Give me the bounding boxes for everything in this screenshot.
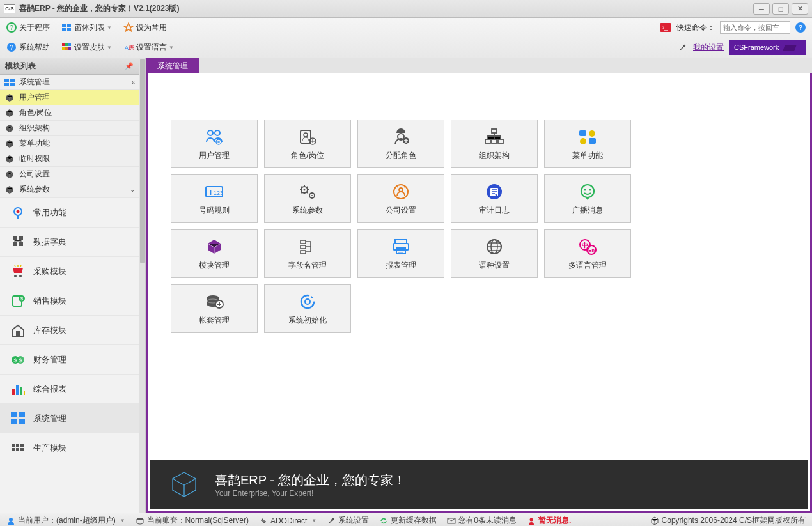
tree-label: 组织架构 xyxy=(19,123,50,134)
nav-item-dict[interactable]: 数据字典 xyxy=(0,227,139,256)
svg-rect-62 xyxy=(485,139,490,143)
status-unread[interactable]: 您有0条未读消息 xyxy=(447,515,517,526)
status-refresh[interactable]: 更新缓存数据 xyxy=(379,515,437,526)
tile-menu[interactable]: 菜单功能 xyxy=(544,120,631,168)
set-common-button[interactable]: 设为常用 xyxy=(123,22,167,33)
tile-init[interactable]: 系统初始化 xyxy=(264,284,351,333)
cube-icon xyxy=(4,185,15,195)
svg-text:?: ? xyxy=(10,44,13,51)
globe-icon xyxy=(483,237,505,256)
nav-item-warehouse[interactable]: 库存模块 xyxy=(0,315,139,344)
svg-rect-63 xyxy=(492,139,497,143)
svg-rect-4 xyxy=(62,28,66,31)
system-help-button[interactable]: ? 系统帮助 xyxy=(6,42,50,53)
production-icon xyxy=(9,440,27,456)
svg-rect-12 xyxy=(68,43,71,46)
tree-item-7[interactable]: 系统参数⌄ xyxy=(0,182,139,197)
tile-number[interactable]: I123号码规则 xyxy=(171,174,258,223)
nav-item-cart[interactable]: 采购模块 xyxy=(0,256,139,286)
quick-cmd-input[interactable] xyxy=(720,21,790,34)
svg-text:$: $ xyxy=(20,296,24,302)
tree-item-4[interactable]: 菜单功能 xyxy=(0,136,139,151)
svg-rect-45 xyxy=(11,419,17,424)
tile-accounts[interactable]: 帐套管理 xyxy=(171,284,258,333)
tile-company[interactable]: 公司设置 xyxy=(357,174,444,223)
footer-banner: 喜鹊ERP - 您的企业，您的专家！ Your Enterprise, Your… xyxy=(150,460,808,509)
svg-text:123: 123 xyxy=(214,190,223,196)
tree-item-1[interactable]: 用户管理 xyxy=(0,90,139,105)
role-icon xyxy=(297,127,318,146)
tile-label: 多语言管理 xyxy=(568,260,607,271)
tree-item-3[interactable]: 组织架构 xyxy=(0,121,139,136)
svg-rect-39 xyxy=(12,389,15,395)
tree-label: 公司设置 xyxy=(19,169,50,180)
tile-label: 帐套管理 xyxy=(199,315,230,326)
tile-gears[interactable]: 系统参数 xyxy=(264,174,351,223)
svg-point-54 xyxy=(215,130,220,135)
svg-rect-49 xyxy=(16,444,19,447)
svg-rect-64 xyxy=(498,139,503,143)
skin-button[interactable]: 设置皮肤 ▼ xyxy=(61,42,112,53)
about-button[interactable]: ? 关于程序 xyxy=(6,22,50,33)
nav-item-system[interactable]: 系统管理 xyxy=(0,403,139,433)
status-ado[interactable]: ADODirect ▼ xyxy=(259,516,316,525)
tile-lang[interactable]: 中En多语言管理 xyxy=(544,229,631,278)
gears-icon xyxy=(297,182,318,201)
tile-label: 菜单功能 xyxy=(572,150,603,161)
tree-item-0[interactable]: 系统管理« xyxy=(0,75,139,90)
chevron-down-icon: ⌄ xyxy=(130,186,135,193)
tile-role[interactable]: 角色/岗位 xyxy=(264,120,351,168)
maximize-button[interactable]: □ xyxy=(772,3,789,15)
tile-label: 模块管理 xyxy=(199,260,230,271)
language-icon: A语 xyxy=(123,42,134,52)
dict-icon xyxy=(9,235,27,250)
nav-item-finance[interactable]: $$财务管理 xyxy=(0,344,139,374)
svg-point-29 xyxy=(14,275,17,277)
help-icon[interactable]: ? xyxy=(795,22,806,33)
svg-point-24 xyxy=(17,210,20,213)
tree-label: 菜单功能 xyxy=(19,138,50,149)
tile-org[interactable]: 组织架构 xyxy=(451,120,538,168)
chevron-down-icon: ▼ xyxy=(120,518,125,523)
status-copyright: Copyrights 2006-2024 C/S框架网版权所有 xyxy=(650,515,806,526)
my-settings-link[interactable]: 我的设置 xyxy=(693,42,724,53)
tile-module[interactable]: 模块管理 xyxy=(171,229,258,278)
banner-subtitle: Your Enterprise, Your Expert! xyxy=(215,489,406,498)
tile-globe[interactable]: 语种设置 xyxy=(451,229,538,278)
tile-broadcast[interactable]: 广播消息 xyxy=(544,174,631,223)
windows-icon xyxy=(4,77,15,88)
module-icon xyxy=(203,237,225,256)
tree-item-2[interactable]: 角色/岗位 xyxy=(0,105,139,121)
language-button[interactable]: A语 设置语言 ▼ xyxy=(123,42,174,53)
status-account[interactable]: 当前账套：Normal(SqlServer) xyxy=(136,515,249,526)
tile-label: 系统参数 xyxy=(292,205,323,216)
nav-item-report[interactable]: 综合报表 xyxy=(0,374,139,403)
svg-point-82 xyxy=(589,189,591,190)
windows-list-button[interactable]: 窗体列表 ▼ xyxy=(61,22,112,33)
nav-item-sales[interactable]: $销售模块 xyxy=(0,286,139,315)
nav-item-pin[interactable]: 常用功能 xyxy=(0,197,139,227)
tile-assign[interactable]: 分配角色 xyxy=(357,120,444,168)
tile-audit[interactable]: 审计日志 xyxy=(451,174,538,223)
sidebar-scrollbar[interactable] xyxy=(139,58,145,513)
cube-icon xyxy=(650,516,659,525)
svg-rect-84 xyxy=(301,245,306,249)
status-settings[interactable]: 系统设置 xyxy=(327,515,369,526)
tile-users[interactable]: 用户管理 xyxy=(171,120,258,168)
svg-rect-20 xyxy=(10,79,15,82)
status-user[interactable]: 当前用户：(admin-超级用户) ▼ xyxy=(6,515,125,526)
workspace: 用户管理角色/岗位分配角色组织架构菜单功能I123号码规则系统参数公司设置审计日… xyxy=(146,73,812,513)
csframework-label: CSFramework xyxy=(734,43,779,51)
svg-point-100 xyxy=(9,518,13,522)
minimize-button[interactable]: ─ xyxy=(753,3,770,15)
tree-label: 系统参数 xyxy=(19,184,50,195)
tree-item-6[interactable]: 公司设置 xyxy=(0,167,139,182)
tile-fields[interactable]: 字段名管理 xyxy=(264,229,351,278)
tab-system-management[interactable]: 系统管理 xyxy=(146,58,199,73)
close-button[interactable]: ✕ xyxy=(792,3,808,15)
report-icon xyxy=(9,382,27,397)
pin-icon[interactable]: 📌 xyxy=(125,62,134,70)
tree-item-5[interactable]: 临时权限 xyxy=(0,151,139,167)
nav-item-production[interactable]: 生产模块 xyxy=(0,433,139,462)
tile-printer[interactable]: 报表管理 xyxy=(357,229,444,278)
